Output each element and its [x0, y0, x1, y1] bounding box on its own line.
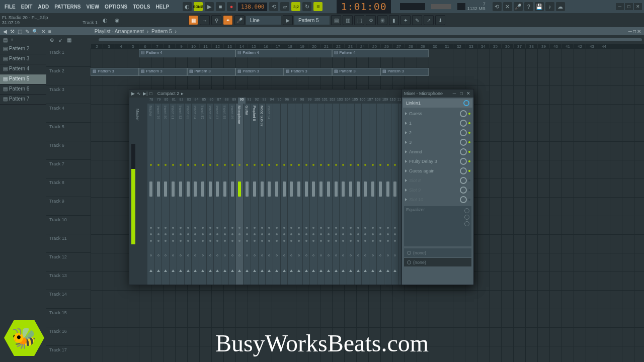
channel-knob[interactable]: [165, 240, 167, 242]
channel-knob[interactable]: [357, 227, 359, 229]
channel-knob[interactable]: [172, 233, 174, 235]
pan-knob[interactable]: [328, 254, 330, 256]
channel-tri-icon[interactable]: [335, 269, 338, 272]
channel-fader[interactable]: [172, 182, 175, 197]
channel-knob[interactable]: [216, 227, 218, 229]
mixer-channel[interactable]: Insert 86: [207, 104, 214, 285]
slot-knob[interactable]: [460, 110, 467, 117]
tempo-tap-button[interactable]: ⊞: [377, 15, 387, 25]
pattern-dropdown[interactable]: Pattern 5: [294, 16, 330, 25]
stop-button[interactable]: ■: [216, 2, 225, 11]
fx-slot[interactable]: Fruity Delay 3: [402, 156, 473, 166]
channel-knob[interactable]: [372, 227, 374, 229]
mixer-ch-num[interactable]: 91: [246, 98, 253, 104]
channel-knob[interactable]: [187, 233, 189, 235]
help-icon[interactable]: ?: [524, 2, 533, 11]
close-bc-icon[interactable]: ✕: [41, 29, 45, 34]
eq-knob-2[interactable]: [464, 215, 469, 220]
route-dot[interactable]: [209, 164, 211, 166]
mixer-ch-num[interactable]: 109: [381, 98, 389, 104]
channel-fader[interactable]: [179, 182, 182, 197]
mixer-channel[interactable]: Prophet 6: [251, 104, 259, 285]
playlist-view-button[interactable]: ▦: [188, 15, 198, 25]
mixer-ch-num[interactable]: 108: [374, 98, 381, 104]
mixer-channel[interactable]: [325, 104, 333, 285]
channel-knob[interactable]: [165, 233, 167, 235]
tools-icon[interactable]: ⚒: [10, 29, 15, 34]
route-dot[interactable]: [328, 164, 330, 166]
slot-enable-dot[interactable]: [468, 160, 470, 162]
route-dot[interactable]: [342, 164, 344, 166]
fx-max-icon[interactable]: □: [458, 90, 464, 97]
route-dot[interactable]: [216, 164, 218, 166]
channel-knob[interactable]: [246, 233, 248, 235]
channel-fader[interactable]: [357, 182, 360, 197]
pan-knob[interactable]: [290, 254, 292, 256]
channel-tri-icon[interactable]: [393, 269, 396, 272]
link2-button[interactable]: ⚭: [223, 15, 233, 25]
slot-enable-dot[interactable]: [468, 170, 470, 172]
pattern-clip[interactable]: ▤ Pattern 3: [235, 68, 284, 76]
channel-knob[interactable]: [290, 227, 292, 229]
channel-knob[interactable]: [320, 240, 322, 242]
pan-knob[interactable]: [312, 254, 314, 256]
slot-knob[interactable]: [460, 139, 467, 146]
channel-knob[interactable]: [231, 240, 233, 242]
mixer-ch-num[interactable]: 107: [366, 98, 374, 104]
bc-max-icon[interactable]: □: [633, 29, 636, 34]
mixer-ch-num[interactable]: 97: [291, 98, 298, 104]
channel-knob[interactable]: [224, 233, 226, 235]
fx-output-2[interactable]: (none): [404, 258, 471, 266]
channel-knob[interactable]: [350, 240, 352, 242]
pan-knob[interactable]: [305, 254, 307, 256]
pattern-item[interactable]: ▤ Pattern 7: [0, 95, 46, 105]
slot-knob[interactable]: [460, 187, 467, 194]
mixer-channel[interactable]: [333, 104, 340, 285]
channel-knob[interactable]: [379, 227, 381, 229]
channel-knob[interactable]: [394, 233, 396, 235]
channel-knob[interactable]: [194, 240, 196, 242]
channel-knob[interactable]: [379, 240, 381, 242]
browser-icon[interactable]: ✕: [503, 2, 512, 11]
channel-tri-icon[interactable]: [283, 269, 286, 272]
channel-knob[interactable]: [150, 233, 152, 235]
channel-knob[interactable]: [305, 233, 307, 235]
panic-button[interactable]: ◐: [101, 16, 110, 25]
timeline-ruler[interactable]: 2345678910111213141516171819202122232425…: [91, 44, 644, 48]
mixer-ch-num[interactable]: 85: [200, 98, 208, 104]
metronome-button[interactable]: ⟲: [269, 2, 278, 11]
channel-knob[interactable]: [387, 233, 389, 235]
mixer-channel[interactable]: Insert 79: [155, 104, 163, 285]
channel-knob[interactable]: [261, 240, 263, 242]
channel-knob[interactable]: [394, 227, 396, 229]
channel-knob[interactable]: [180, 240, 182, 242]
route-dot[interactable]: [387, 164, 389, 166]
channel-tri-icon[interactable]: [238, 269, 241, 272]
fx-slot[interactable]: Slot 10: [402, 195, 473, 204]
channel-fader[interactable]: [253, 182, 256, 197]
slot-knob[interactable]: [460, 148, 467, 155]
channel-knob[interactable]: [335, 240, 337, 242]
channel-knob[interactable]: [202, 233, 204, 235]
mixer-ch-num[interactable]: 89: [230, 98, 238, 104]
channel-tri-icon[interactable]: [201, 269, 204, 272]
track-header[interactable]: Track 4: [46, 104, 91, 123]
track-header[interactable]: Track 2: [46, 67, 91, 85]
channel-tri-icon[interactable]: [216, 269, 219, 272]
channel-knob[interactable]: [216, 240, 218, 242]
play-pattern-button[interactable]: ▶: [283, 15, 293, 25]
mixer-button[interactable]: ⬚: [354, 15, 364, 25]
channel-tri-icon[interactable]: [172, 269, 175, 272]
channel-knob[interactable]: [364, 227, 366, 229]
pan-knob[interactable]: [187, 254, 189, 256]
channel-tri-icon[interactable]: [157, 269, 160, 272]
channel-knob[interactable]: [312, 233, 314, 235]
route-dot[interactable]: [372, 164, 374, 166]
fx-min-icon[interactable]: ─: [451, 90, 457, 97]
channel-tri-icon[interactable]: [342, 269, 345, 272]
channel-tri-icon[interactable]: [194, 269, 197, 272]
track-header[interactable]: Track 6: [46, 141, 91, 160]
mixer-channel[interactable]: [355, 104, 362, 285]
channel-fader[interactable]: [164, 182, 167, 197]
mixer-channel[interactable]: Insert 88: [221, 104, 229, 285]
